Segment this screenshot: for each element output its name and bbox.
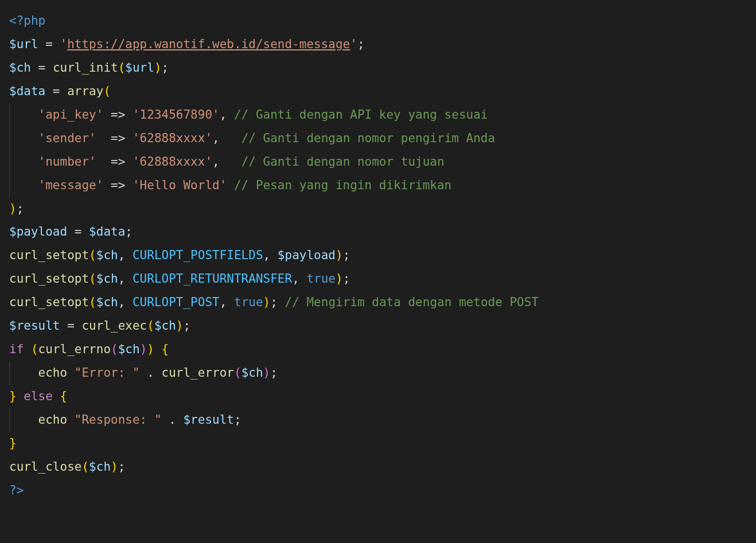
fn-curl-errno: curl_errno xyxy=(38,342,111,356)
brace-close: } xyxy=(9,389,17,403)
array-key-api: 'api_key' xyxy=(38,108,104,122)
code-block: <?php $url = 'https://app.wanotif.web.id… xyxy=(0,0,756,518)
comment-sender: // Ganti dengan nomor pengirim Anda xyxy=(241,131,496,145)
comment-message: // Pesan yang ingin dikirimkan xyxy=(227,178,451,192)
comment-api: // Ganti dengan API key yang sesuai xyxy=(227,108,488,122)
array-key-sender: 'sender' xyxy=(38,131,96,145)
fn-curl-setopt: curl_setopt xyxy=(9,248,89,262)
array-key-message: 'message' xyxy=(38,178,104,192)
string-response: "Response: " xyxy=(75,413,162,427)
keyword-else: else xyxy=(24,389,53,403)
const-postfields: CURLOPT_POSTFIELDS xyxy=(133,248,263,262)
const-returntransfer: CURLOPT_RETURNTRANSFER xyxy=(133,272,292,286)
url-string: https://app.wanotif.web.id/send-message xyxy=(67,37,350,51)
brace-open: { xyxy=(162,342,169,356)
string-error: "Error: " xyxy=(75,366,140,380)
variable-ch: $ch xyxy=(9,61,31,75)
fn-curl-close: curl_close xyxy=(9,460,81,474)
php-close-tag: ?> xyxy=(9,483,24,497)
variable-payload: $payload xyxy=(9,225,67,239)
fn-array: array xyxy=(67,84,103,98)
fn-curl-init: curl_init xyxy=(53,61,118,75)
variable-result: $result xyxy=(9,319,60,333)
comment-number: // Ganti dengan nomor tujuan xyxy=(241,155,445,169)
array-val-message: 'Hello World' xyxy=(133,178,227,192)
bool-true: true xyxy=(306,272,336,286)
variable-data: $data xyxy=(9,84,45,98)
keyword-if: if xyxy=(9,342,24,356)
php-open-tag: <?php xyxy=(9,14,45,28)
comment-post: // Mengirim data dengan metode POST xyxy=(278,295,539,309)
const-post: CURLOPT_POST xyxy=(133,295,220,309)
array-key-number: 'number' xyxy=(38,155,96,169)
fn-curl-exec: curl_exec xyxy=(81,319,147,333)
keyword-echo: echo xyxy=(38,366,68,380)
array-val-api: '1234567890' xyxy=(133,108,220,122)
fn-curl-error: curl_error xyxy=(162,366,234,380)
array-val-sender: '62888xxxx' xyxy=(133,131,212,145)
variable-url: $url xyxy=(9,37,38,51)
array-val-number: '62888xxxx' xyxy=(133,155,212,169)
